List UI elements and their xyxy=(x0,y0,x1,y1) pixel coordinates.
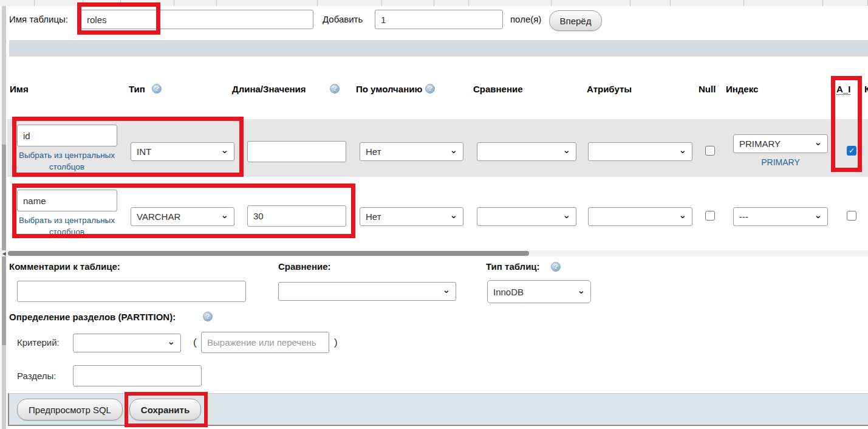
tab-stub[interactable] xyxy=(0,0,35,6)
tab-stub[interactable] xyxy=(382,0,434,6)
table-comments-label: Комментарии к таблице: xyxy=(9,261,120,272)
tab-stub[interactable] xyxy=(217,0,318,6)
tab-stub[interactable] xyxy=(174,0,217,6)
tab-stub[interactable] xyxy=(434,0,469,6)
table-name-input[interactable] xyxy=(81,10,313,29)
section-band xyxy=(9,40,868,57)
table-collation-label: Сравнение: xyxy=(278,261,331,272)
horizontal-scrollbar-thumb[interactable] xyxy=(8,251,529,256)
chevron-down-icon: ⌄ xyxy=(562,145,570,154)
help-glyph: ? xyxy=(428,85,432,92)
storage-engine-label: Тип таблиц: xyxy=(486,261,540,272)
index-select[interactable]: ---⌄ xyxy=(733,207,828,226)
scroll-left-arrow-icon[interactable]: ◀ xyxy=(1,250,7,256)
tab-stub[interactable] xyxy=(469,0,552,6)
col-header-index: Индекс xyxy=(726,84,758,94)
col-header-attributes: Атрибуты xyxy=(587,84,632,94)
partition-title: Определение разделов (PARTITION): xyxy=(9,312,176,322)
tab-stub[interactable] xyxy=(823,0,868,6)
tab-stub[interactable] xyxy=(83,0,121,6)
help-icon[interactable]: ? xyxy=(330,84,340,94)
storage-engine-select[interactable]: InnoDB⌄ xyxy=(487,280,591,303)
storage-engine-value: InnoDB xyxy=(493,287,524,297)
col-header-null: Null xyxy=(699,84,716,94)
type-select[interactable]: INT⌄ xyxy=(131,142,234,161)
help-glyph: ? xyxy=(206,313,210,320)
null-checkbox[interactable] xyxy=(705,211,715,221)
chevron-down-icon: ⌄ xyxy=(814,210,822,219)
tab-stub[interactable] xyxy=(630,0,671,6)
partition-criteria-label: Критерий: xyxy=(17,337,60,348)
type-select[interactable]: VARCHAR⌄ xyxy=(131,207,234,226)
save-button[interactable]: Сохранить xyxy=(129,399,201,420)
go-button[interactable]: Вперёд xyxy=(549,10,602,31)
col-header-auto-increment: A_I xyxy=(836,84,850,95)
table-collation-select[interactable]: ⌄ xyxy=(278,282,456,301)
partition-expression-input[interactable] xyxy=(201,332,329,353)
phpmyadmin-create-table-page: Имя таблицы: Добавить поле(я) Вперёд Имя… xyxy=(0,0,868,429)
check-icon: ✓ xyxy=(849,146,855,155)
index-select[interactable]: PRIMARY⌄ xyxy=(733,134,828,153)
chevron-down-icon: ⌄ xyxy=(577,286,585,295)
partitions-count-input[interactable] xyxy=(73,365,202,386)
attributes-select[interactable]: ⌄ xyxy=(588,142,692,161)
collation-select[interactable]: ⌄ xyxy=(477,142,576,161)
default-select[interactable]: Нет⌄ xyxy=(360,142,463,161)
browser-tab-strip xyxy=(0,0,868,6)
chevron-down-icon: ⌄ xyxy=(562,210,570,219)
index-select-value: --- xyxy=(739,211,748,222)
collation-select[interactable]: ⌄ xyxy=(477,207,576,226)
tab-stub[interactable] xyxy=(552,0,630,6)
help-icon[interactable]: ? xyxy=(203,312,213,321)
index-caption: PRIMARY xyxy=(733,157,828,167)
chevron-down-icon: ⌄ xyxy=(442,285,450,294)
col-header-default: По умолчанию xyxy=(356,84,422,94)
index-select-value: PRIMARY xyxy=(739,139,781,149)
chevron-down-icon: ⌄ xyxy=(678,210,686,219)
tab-stub[interactable] xyxy=(121,0,174,6)
table-name-label: Имя таблицы: xyxy=(9,14,68,24)
tab-stub[interactable] xyxy=(318,0,382,6)
add-fields-label: Добавить xyxy=(323,14,363,24)
column-name-input[interactable] xyxy=(17,125,117,146)
help-icon[interactable]: ? xyxy=(152,84,162,94)
paren-close: ) xyxy=(334,337,338,349)
col-header-type: Тип xyxy=(129,84,145,94)
central-columns-link[interactable]: Выбрать из центральных столбцов xyxy=(15,149,119,173)
tab-stub[interactable] xyxy=(35,0,83,6)
length-input[interactable] xyxy=(247,205,346,227)
default-select-value: Нет xyxy=(366,211,381,222)
table-comments-input[interactable] xyxy=(17,281,246,302)
tab-stub[interactable] xyxy=(671,0,744,6)
default-select[interactable]: Нет⌄ xyxy=(360,207,463,226)
chevron-down-icon: ⌄ xyxy=(449,210,457,219)
null-checkbox[interactable] xyxy=(705,146,715,156)
preview-sql-button[interactable]: Предпросмотр SQL xyxy=(17,399,123,420)
default-select-value: Нет xyxy=(366,146,381,157)
chevron-down-icon: ⌄ xyxy=(449,145,457,154)
paren-open: ( xyxy=(193,337,197,349)
help-icon[interactable]: ? xyxy=(551,262,561,272)
central-columns-link[interactable]: Выбрать из центральных столбцов xyxy=(15,214,119,238)
add-fields-count-input[interactable] xyxy=(375,10,503,29)
tab-stub[interactable] xyxy=(744,0,823,6)
attributes-select[interactable]: ⌄ xyxy=(588,207,692,226)
help-icon[interactable]: ? xyxy=(425,84,435,94)
auto-increment-checkbox[interactable] xyxy=(847,211,856,221)
type-select-value: VARCHAR xyxy=(137,211,180,222)
chevron-down-icon: ⌄ xyxy=(220,210,228,219)
type-select-value: INT xyxy=(137,146,151,157)
col-header-name: Имя xyxy=(10,84,29,94)
chevron-down-icon: ⌄ xyxy=(167,337,175,346)
left-scrollbar-thumb[interactable] xyxy=(2,145,6,345)
length-input[interactable] xyxy=(247,141,346,162)
help-glyph: ? xyxy=(155,85,159,92)
auto-increment-checkbox[interactable]: ✓ xyxy=(847,146,856,156)
col-header-length: Длина/Значения xyxy=(232,84,306,94)
column-name-input[interactable] xyxy=(17,190,117,211)
chevron-down-icon: ⌄ xyxy=(814,137,822,146)
partition-criteria-select[interactable]: ⌄ xyxy=(73,334,181,352)
chevron-down-icon: ⌄ xyxy=(678,145,686,154)
partitions-count-label: Разделы: xyxy=(17,371,56,381)
help-glyph: ? xyxy=(333,85,337,92)
